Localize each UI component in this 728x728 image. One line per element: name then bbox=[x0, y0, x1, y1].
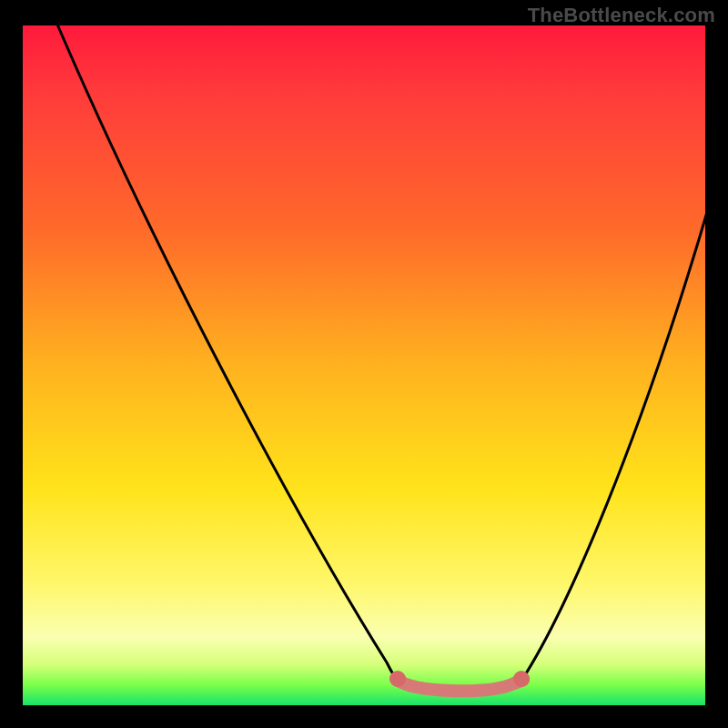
right-curve bbox=[521, 212, 707, 681]
chart-frame: TheBottleneck.com bbox=[0, 0, 728, 728]
flat-endpoint-left bbox=[389, 671, 406, 687]
curve-layer bbox=[23, 25, 705, 705]
flat-endpoint-right bbox=[513, 671, 530, 687]
watermark-text: TheBottleneck.com bbox=[528, 4, 715, 27]
left-curve bbox=[50, 7, 398, 681]
plot-area bbox=[23, 25, 705, 705]
flat-optimum-segment bbox=[396, 679, 523, 691]
